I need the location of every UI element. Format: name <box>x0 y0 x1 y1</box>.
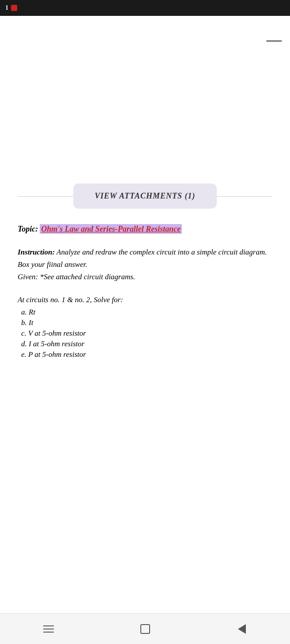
solve-item-b: b. It <box>18 318 272 327</box>
status-indicator <box>11 5 17 11</box>
solve-heading: At circuits no. 1 & no. 2, Solve for: <box>18 296 272 304</box>
menu-button[interactable] <box>35 620 62 638</box>
back-icon <box>238 624 246 634</box>
solve-item-a: a. Rt <box>18 308 272 317</box>
topic-label: Topic: <box>18 225 38 233</box>
solve-item-e: e. P at 5-ohm resistor <box>18 350 272 359</box>
instruction-text-1: Analyze and redraw the complex circuit i… <box>18 248 267 269</box>
instruction-section: Instruction: Analyze and redraw the comp… <box>18 246 272 283</box>
hamburger-icon <box>43 625 54 633</box>
solve-section: At circuits no. 1 & no. 2, Solve for: a.… <box>18 296 272 359</box>
solve-item-d: d. I at 5-ohm resistor <box>18 340 272 348</box>
back-button[interactable] <box>229 620 255 638</box>
top-mini-bar <box>266 40 282 42</box>
topic-value: Ohm's Law and Series-Parallel Resistance <box>40 224 182 234</box>
status-time: 1 <box>5 4 8 11</box>
attachment-button-container: VIEW ATTACHMENTS (1) <box>18 183 272 209</box>
instruction-given: Given: *See attached circuit diagrams. <box>18 273 135 281</box>
main-content: VIEW ATTACHMENTS (1) Topic: Ohm's Law an… <box>0 175 290 416</box>
home-button[interactable] <box>132 620 158 638</box>
topic-section: Topic: Ohm's Law and Series-Parallel Res… <box>18 225 272 234</box>
instruction-label: Instruction: <box>18 248 55 256</box>
status-bar: 1 <box>0 0 290 16</box>
bottom-nav <box>0 613 290 644</box>
solve-list: a. Rt b. It c. V at 5-ohm resistor d. I … <box>18 308 272 359</box>
solve-item-c: c. V at 5-ohm resistor <box>18 329 272 338</box>
view-attachments-button[interactable]: VIEW ATTACHMENTS (1) <box>73 183 216 209</box>
top-area <box>0 16 290 95</box>
square-icon <box>140 624 150 634</box>
